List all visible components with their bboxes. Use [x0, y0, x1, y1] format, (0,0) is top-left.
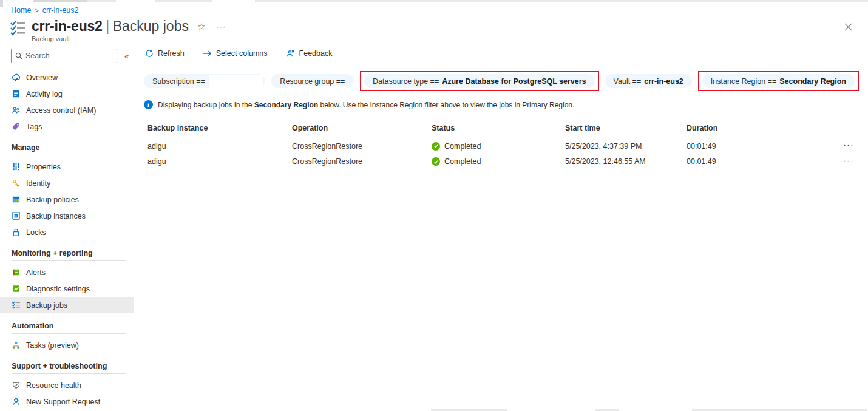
filter-label: Resource group ==: [280, 77, 345, 86]
sidebar-item-label: Overview: [26, 73, 58, 82]
sidebar-item-label: Activity log: [26, 90, 63, 98]
filter-label: Vault ==: [614, 77, 642, 86]
sidebar-item-tags[interactable]: Tags: [0, 118, 134, 135]
sidebar-item-label: Resource health: [26, 381, 81, 390]
sidebar-item-diagnostic-settings[interactable]: Diagnostic settings: [0, 280, 134, 297]
select-columns-label: Select columns: [216, 49, 268, 58]
filter-pill-resource-group[interactable]: Resource group ==: [271, 74, 354, 88]
filter-pill-subscription[interactable]: Subscription ==: [144, 74, 265, 88]
breadcrumb-separator: >: [35, 7, 38, 14]
activity-log-icon: [12, 89, 21, 98]
column-header-start-time: Start time: [561, 119, 683, 138]
highlight-box-datasource-type: Datasource type == Azure Database for Po…: [360, 71, 598, 91]
refresh-icon: [145, 49, 154, 58]
row-more-icon[interactable]: ···: [844, 156, 860, 168]
search-input[interactable]: [25, 52, 113, 60]
sidebar-item-identity[interactable]: Identity: [0, 175, 134, 191]
resource-name: crr-in-eus2: [32, 18, 103, 34]
info-text-prefix: Displaying backup jobs in the: [158, 101, 254, 109]
section-divider: [12, 155, 126, 155]
screenshot-artifact-bar: [155, 0, 212, 2]
info-banner-text: Displaying backup jobs in the Secondary …: [158, 101, 574, 109]
resource-menu-sidebar: « Overview Activity log: [0, 47, 134, 410]
sidebar-search-box[interactable]: [11, 49, 117, 63]
row-more-icon[interactable]: ···: [844, 140, 860, 152]
search-icon: [15, 52, 22, 59]
select-columns-button[interactable]: Select columns: [202, 48, 269, 59]
backup-instances-icon: [12, 211, 21, 220]
lock-icon: [12, 228, 21, 237]
close-blade-button[interactable]: [842, 21, 855, 35]
sidebar-item-backup-instances[interactable]: Backup instances: [0, 208, 134, 224]
section-divider: [12, 333, 126, 334]
sidebar-item-backup-jobs[interactable]: Backup jobs: [0, 297, 134, 313]
resource-type-subtitle: Backup vault: [32, 35, 228, 42]
table-row[interactable]: adigu CrossRegionRestore Completed 5/25/…: [144, 138, 859, 154]
cell-backup-instance: adigu: [144, 157, 288, 166]
table-header-row: Backup instance Operation Status Start t…: [144, 119, 859, 138]
sidebar-item-overview[interactable]: Overview: [0, 69, 134, 86]
feedback-icon: [286, 49, 295, 58]
sidebar-item-label: Alerts: [26, 268, 46, 277]
sidebar-section-automation: Automation: [0, 313, 134, 333]
breadcrumb-home-link[interactable]: Home: [11, 6, 31, 15]
filter-pill-vault[interactable]: Vault == crr-in-eus2: [605, 74, 692, 88]
sidebar-item-label: Diagnostic settings: [26, 285, 90, 293]
info-text-bold: Secondary Region: [254, 101, 318, 109]
arrow-right-icon: [203, 50, 212, 57]
sidebar-item-label: Backup instances: [26, 212, 86, 220]
filter-pill-instance-region[interactable]: Instance Region == Secondary Region: [702, 74, 855, 88]
refresh-label: Refresh: [158, 49, 185, 58]
status-label: Completed: [444, 142, 481, 151]
screenshot-artifact-bar: [255, 0, 868, 2]
screenshot-artifact-bar: [0, 0, 3, 7]
feedback-button[interactable]: Feedback: [285, 48, 334, 59]
filter-label: Datasource type ==: [373, 77, 439, 86]
sidebar-item-new-support-request[interactable]: New Support Request: [0, 393, 134, 410]
cell-status: Completed: [428, 157, 561, 166]
collapse-menu-icon[interactable]: «: [122, 50, 131, 62]
screenshot-artifact-bar: [87, 0, 116, 2]
sidebar-item-activity-log[interactable]: Activity log: [0, 86, 134, 102]
close-icon: [844, 23, 852, 31]
status-label: Completed: [444, 157, 481, 166]
cell-duration: 00:01:49: [683, 142, 780, 151]
sidebar-section-manage: Manage: [0, 135, 134, 155]
backup-vault-icon: [10, 19, 27, 36]
backup-policies-icon: [12, 195, 21, 204]
redaction-overlay: [288, 86, 346, 92]
favorite-star-icon[interactable]: ☆: [195, 21, 208, 32]
sidebar-item-resource-health[interactable]: Resource health: [0, 377, 134, 393]
filter-label: Subscription ==: [152, 77, 205, 86]
sidebar-item-tasks-preview[interactable]: Tasks (preview): [0, 337, 134, 353]
resource-health-icon: [12, 381, 21, 390]
sidebar-section-support: Support + troubleshooting: [0, 353, 134, 373]
header-more-icon[interactable]: ···: [214, 21, 228, 32]
filter-pill-datasource-type[interactable]: Datasource type == Azure Database for Po…: [364, 74, 594, 88]
refresh-button[interactable]: Refresh: [144, 48, 186, 59]
info-icon: i: [144, 100, 153, 109]
sidebar-section-monitoring: Monitoring + reporting: [0, 240, 134, 260]
table-row[interactable]: adigu CrossRegionRestore Completed 5/25/…: [144, 154, 859, 169]
sidebar-item-alerts[interactable]: Alerts: [0, 264, 134, 280]
breadcrumb-resource-link[interactable]: crr-in-eus2: [42, 6, 79, 15]
sidebar-item-access-control[interactable]: Access control (IAM): [0, 102, 134, 118]
filter-label: Instance Region ==: [711, 77, 776, 86]
sidebar-item-locks[interactable]: Locks: [0, 224, 134, 240]
sidebar-item-label: Backup jobs: [26, 301, 67, 310]
cell-status: Completed: [428, 142, 561, 151]
column-header-operation: Operation: [288, 119, 428, 138]
tasks-icon: [12, 341, 21, 350]
column-header-status: Status: [428, 119, 561, 138]
backup-jobs-table: Backup instance Operation Status Start t…: [144, 119, 859, 169]
backup-jobs-icon: [12, 301, 21, 310]
sidebar-item-label: Tasks (preview): [26, 341, 79, 350]
command-bar: Refresh Select columns Feedback: [144, 47, 859, 63]
cell-operation: CrossRegionRestore: [288, 142, 428, 151]
sidebar-left-rail: [5, 47, 5, 411]
cell-operation: CrossRegionRestore: [288, 157, 428, 166]
overview-icon: [12, 73, 21, 82]
sidebar-item-label: Tags: [26, 123, 42, 131]
sidebar-item-backup-policies[interactable]: Backup policies: [0, 191, 134, 208]
sidebar-item-properties[interactable]: Properties: [0, 158, 134, 175]
